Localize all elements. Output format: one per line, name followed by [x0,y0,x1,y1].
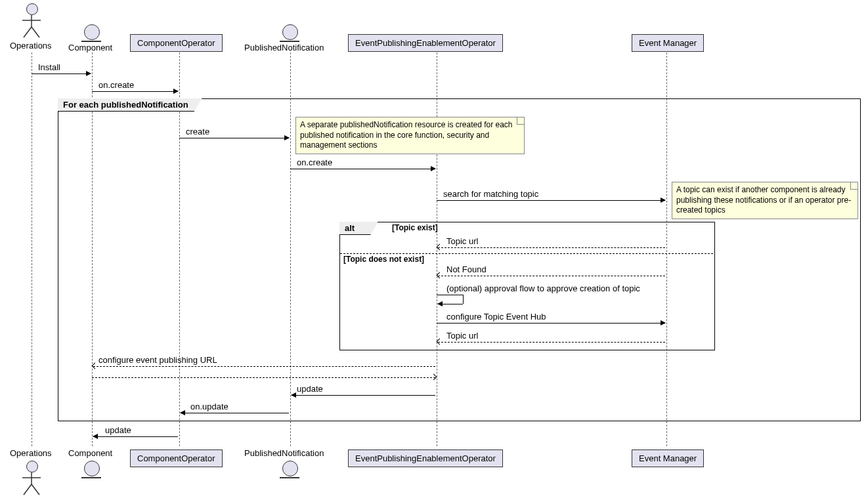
msg-oncreate1-label: on.create [98,80,134,90]
msg-update2-label: update [105,425,131,435]
msg-install-line [32,73,91,74]
actor-operations-body-top [20,15,46,41]
entity-publishednotification-line-bottom [280,477,299,478]
msg-update1-line [292,395,435,396]
msg-searchtopic-line [437,200,665,201]
msg-approval-label: (optional) approval flow to approve crea… [446,283,640,293]
frame-loop-label: For each publishedNotification [58,98,202,112]
msg-return-empty-line [92,377,435,378]
msg-create-line [179,138,289,138]
note-topic-exist: A topic can exist if another component i… [672,182,858,219]
actor-operations-body-bottom [20,472,46,499]
msg-notfound-label: Not Found [446,264,487,274]
msg-configureurl-label: configure event publishing URL [98,355,217,365]
entity-component-circle-bottom [84,461,100,476]
participant-componentoperator-top: ComponentOperator [130,34,223,52]
msg-topicurl2-line [438,342,665,343]
entity-component-line-bottom [81,477,101,478]
entity-component-line-top [81,41,101,42]
actor-operations-head-top [26,3,38,15]
msg-topicurl1-label: Topic url [446,236,478,246]
msg-configureurl-line [93,366,435,367]
frame-alt-guard1: [Topic exist] [392,223,438,232]
frame-alt-divider [340,253,713,254]
msg-approval-line-top [437,295,463,295]
participant-eventmanager-bottom: Event Manager [632,450,704,467]
msg-topicurl1-line [438,247,665,248]
msg-configurehub-label: configure Topic Event Hub [446,312,546,322]
msg-oncreate2-line [290,169,435,169]
msg-searchtopic-label: search for matching topic [443,189,538,199]
participant-publishednotification-bottom: PublishedNotification [244,448,324,458]
msg-onupdate-line [181,413,289,413]
svg-line-2 [24,27,32,37]
svg-line-6 [24,484,32,495]
entity-publishednotification-circle-top [282,24,298,40]
participant-operations-bottom: Operations [10,448,52,458]
svg-line-3 [32,27,39,37]
msg-create-label: create [186,127,209,136]
note-resource-created: A separate publishedNotification resourc… [295,117,525,154]
participant-publishednotification-top: PublishedNotification [244,43,324,52]
participant-component-bottom: Component [68,448,112,458]
entity-component-circle-top [84,24,100,40]
msg-approval-line-v [463,295,464,304]
entity-publishednotification-circle-bottom [282,461,298,476]
participant-componentoperator-bottom: ComponentOperator [130,450,223,467]
msg-approval-line-bot [438,304,463,304]
participant-component-top: Component [68,43,112,52]
msg-topicurl2-label: Topic url [446,331,478,341]
msg-install-label: Install [38,62,60,72]
lifeline-operations [32,52,32,446]
participant-epeoperator-bottom: EventPublishingEnablementOperator [348,450,503,467]
msg-configurehub-line [437,323,665,324]
msg-update2-line [93,436,178,437]
msg-oncreate1-line [92,91,178,92]
msg-oncreate2-label: on.create [297,157,332,167]
participant-operations-top: Operations [10,41,52,51]
frame-alt-guard2: [Topic does not exist] [343,255,424,264]
msg-update1-label: update [297,384,323,394]
svg-line-7 [32,484,39,495]
msg-notfound-line [438,276,665,276]
msg-onupdate-label: on.update [190,402,228,411]
participant-epeoperator-top: EventPublishingEnablementOperator [348,34,503,52]
actor-operations-head-bottom [26,461,38,472]
participant-eventmanager-top: Event Manager [632,34,704,52]
entity-publishednotification-line-top [280,41,299,42]
